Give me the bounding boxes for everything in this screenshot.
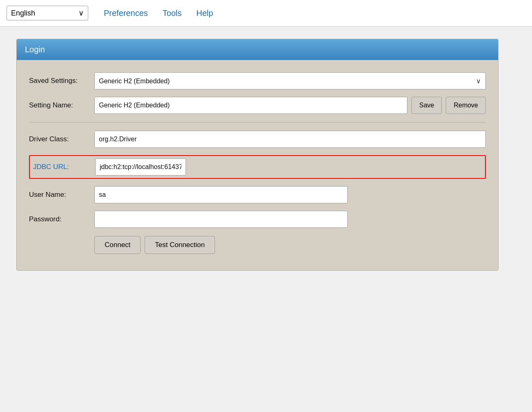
saved-settings-select[interactable]: Generic H2 (Embedded) [94,72,486,89]
test-connection-button[interactable]: Test Connection [145,236,215,254]
jdbc-url-input[interactable] [95,158,186,176]
chevron-down-icon: ∨ [78,9,84,18]
preferences-menu-item[interactable]: Preferences [96,9,155,18]
remove-button[interactable]: Remove [446,97,486,114]
save-button[interactable]: Save [411,97,442,114]
jdbc-url-row: JDBC URL: [29,155,486,179]
jdbc-url-input-wrapper [95,158,485,176]
tools-menu-item[interactable]: Tools [155,9,189,18]
saved-settings-select-wrapper: Generic H2 (Embedded) ∨ [94,72,486,89]
driver-class-label: Driver Class: [29,135,94,143]
saved-settings-label: Saved Settings: [29,77,94,85]
divider [29,122,486,122]
jdbc-url-label: JDBC URL: [30,163,95,171]
connect-row: Connect Test Connection [94,236,486,254]
main-content: Login Saved Settings: Generic H2 (Embedd… [0,27,532,283]
login-title: Login [25,45,45,54]
driver-class-input[interactable] [94,131,486,148]
setting-name-label: Setting Name: [29,101,94,109]
user-name-row: User Name: [29,186,486,203]
login-panel-header: Login [17,39,498,60]
help-menu-item[interactable]: Help [189,9,221,18]
connect-button[interactable]: Connect [94,236,141,254]
password-label: Password: [29,215,94,223]
driver-class-row: Driver Class: [29,131,486,148]
user-name-label: User Name: [29,191,94,199]
saved-settings-row: Saved Settings: Generic H2 (Embedded) ∨ [29,72,486,89]
password-input[interactable] [94,211,348,228]
top-bar: English ∨ Preferences Tools Help [0,0,532,27]
password-row: Password: [29,211,486,228]
login-panel-body: Saved Settings: Generic H2 (Embedded) ∨ … [17,60,498,270]
user-name-input[interactable] [94,186,348,203]
language-label: English [11,9,35,18]
language-selector[interactable]: English ∨ [7,6,88,20]
login-panel: Login Saved Settings: Generic H2 (Embedd… [16,39,498,271]
setting-name-row: Setting Name: Save Remove [29,97,486,114]
setting-name-input[interactable] [94,97,407,114]
